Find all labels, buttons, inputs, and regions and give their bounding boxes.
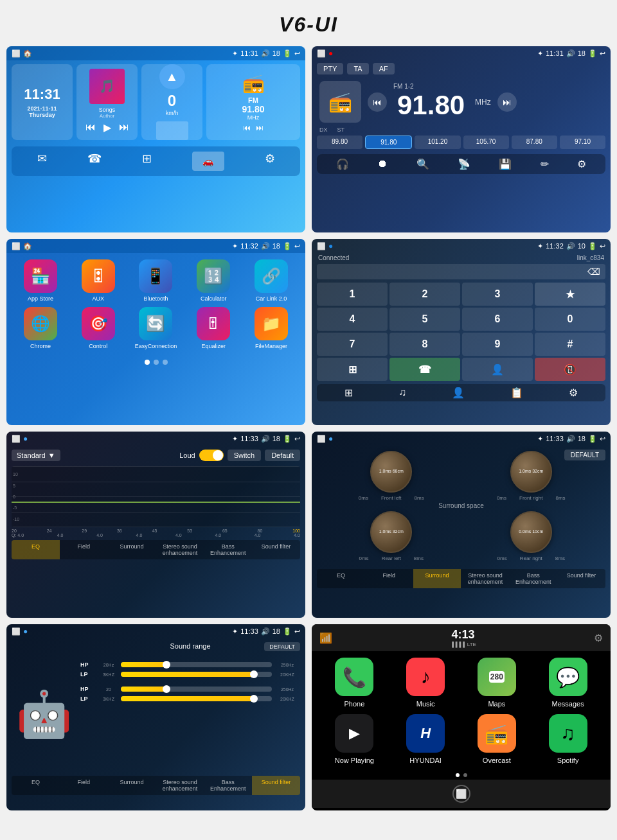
home-icon-7[interactable]: ⬜	[12, 627, 21, 636]
key-2[interactable]: 2	[389, 283, 460, 306]
preset-3[interactable]: 101.20	[415, 136, 460, 149]
home-icon-3[interactable]: ⬜	[12, 242, 21, 250]
key-9[interactable]: 9	[462, 333, 533, 356]
surround-default-btn[interactable]: DEFAULT	[564, 450, 605, 460]
surround-tab-bass[interactable]: Bass Enhancement	[509, 569, 557, 588]
app-spotify-cp[interactable]: ♫ Spotify	[535, 714, 600, 764]
fm-save[interactable]: 💾	[499, 158, 512, 170]
back-icon-4[interactable]: ↩	[600, 242, 605, 250]
app-phone-cp[interactable]: 📞 Phone	[322, 658, 387, 708]
app-aux[interactable]: 🎛 AUX	[72, 259, 125, 302]
preset-4[interactable]: 105.70	[463, 136, 509, 149]
pty-btn[interactable]: PTY	[317, 63, 343, 74]
app-music-cp[interactable]: ♪ Music	[393, 658, 458, 708]
surround-tab-surround[interactable]: Surround	[413, 569, 461, 588]
key-8[interactable]: 8	[389, 333, 460, 356]
home-icon-4[interactable]: ⬜	[317, 242, 326, 250]
fm-prev[interactable]: ⏮	[243, 123, 251, 132]
tab-filter[interactable]: Sound filter	[252, 540, 300, 559]
knob-rr-img[interactable]: 0.0ms 10cm	[510, 511, 552, 553]
fm-search[interactable]: 🔍	[416, 158, 429, 170]
home-icon-5[interactable]: ⬜	[12, 435, 21, 443]
back-icon-6[interactable]: ↩	[600, 435, 605, 443]
phone-music-icon[interactable]: ♫	[398, 387, 406, 399]
surround-tab-eq[interactable]: EQ	[317, 569, 365, 588]
knob-fl-img[interactable]: 1.0ms 68cm	[370, 451, 412, 493]
key-4[interactable]: 4	[317, 308, 388, 331]
loud-toggle-switch[interactable]	[199, 450, 224, 461]
app-chrome[interactable]: 🌐 Chrome	[14, 307, 67, 349]
music-widget[interactable]: 🎵 Songs Author ⏮ ▶ ⏭	[76, 64, 138, 140]
prev-btn[interactable]: ⏮	[85, 121, 96, 133]
sr-tab-filter[interactable]: Sound filter	[252, 776, 300, 795]
call-btn[interactable]: ☎	[389, 358, 460, 381]
back-icon-1[interactable]: ↩	[294, 49, 300, 58]
key-dialpad[interactable]: ⊞	[317, 358, 388, 381]
sr-tab-stereo[interactable]: Stereo sound enhancement	[156, 776, 204, 795]
key-5[interactable]: 5	[389, 308, 460, 331]
preset-1[interactable]: 89.80	[317, 136, 362, 149]
phone-contact-icon[interactable]: 👤	[452, 387, 465, 399]
phone-settings-icon[interactable]: ⚙	[569, 387, 578, 399]
key-3[interactable]: 3	[462, 283, 533, 306]
home-icon-2[interactable]: ⬜	[317, 49, 326, 58]
settings-icon[interactable]: ⚙	[265, 152, 275, 171]
carplay-dot-2[interactable]	[463, 773, 467, 777]
carplay-home-btn[interactable]: ⬜	[452, 785, 470, 803]
sr-tab-field[interactable]: Field	[60, 776, 108, 795]
key-star[interactable]: ★	[535, 283, 605, 306]
fm-radio[interactable]: 📡	[458, 158, 470, 170]
key-0[interactable]: 0	[535, 308, 605, 331]
sr-tab-eq[interactable]: EQ	[12, 776, 60, 795]
phone-icon[interactable]: ☎	[87, 152, 102, 171]
fm-toggle[interactable]: ⏺	[377, 158, 388, 170]
key-6[interactable]: 6	[462, 308, 533, 331]
knob-rl-img[interactable]: 1.0ms 32cm	[370, 511, 412, 553]
home-icon-6[interactable]: ⬜	[317, 435, 326, 443]
fm-next[interactable]: ⏭	[256, 123, 264, 132]
fm-settings[interactable]: ⚙	[577, 158, 586, 170]
app-control[interactable]: 🎯 Control	[72, 307, 125, 349]
app-equalizer[interactable]: 🎚 Equalizer	[187, 307, 240, 349]
app-nowplaying-cp[interactable]: ▶ Now Playing	[322, 714, 387, 764]
key-7[interactable]: 7	[317, 333, 388, 356]
eq-preset-select[interactable]: Standard ▼	[12, 450, 60, 461]
af-btn[interactable]: AF	[373, 63, 395, 74]
tab-bass[interactable]: Bass Enhancement	[204, 540, 252, 559]
fm-edit[interactable]: ✏	[541, 158, 549, 170]
key-hash[interactable]: #	[535, 333, 605, 356]
apps-icon[interactable]: ⊞	[142, 152, 152, 171]
dot-2[interactable]	[154, 360, 159, 365]
sr-tab-surround[interactable]: Surround	[108, 776, 156, 795]
app-bluetooth[interactable]: 📱 Bluetooth	[130, 259, 183, 302]
eq-default-btn[interactable]: Default	[265, 450, 300, 461]
play-btn[interactable]: ▶	[103, 121, 111, 134]
back-icon-3[interactable]: ↩	[294, 242, 300, 250]
app-messages-cp[interactable]: 💬 Messages	[535, 658, 600, 708]
knob-fr-img[interactable]: 1.0ms 32cm	[510, 451, 552, 493]
dot-1[interactable]	[145, 360, 150, 365]
app-filemanager[interactable]: 📁 FileManager	[245, 307, 298, 349]
fm-prev-btn[interactable]: ⏮	[368, 92, 387, 112]
surround-tab-field[interactable]: Field	[365, 569, 413, 588]
key-contacts[interactable]: 👤	[462, 358, 533, 381]
back-icon-5[interactable]: ↩	[294, 435, 300, 443]
app-carlink[interactable]: 🔗 Car Link 2.0	[245, 259, 298, 302]
carplay-gear-icon[interactable]: ⚙	[594, 632, 603, 644]
carplay-dot-1[interactable]	[456, 773, 460, 777]
msg-icon[interactable]: ✉	[37, 152, 47, 171]
next-btn[interactable]: ⏭	[119, 121, 129, 133]
car-link-icon[interactable]: 🚗	[192, 152, 224, 171]
phone-del-display[interactable]: ⌫	[587, 267, 600, 277]
tab-surround[interactable]: Surround	[108, 540, 156, 559]
house-icon-3[interactable]: 🏠	[23, 242, 32, 250]
preset-6[interactable]: 97.10	[560, 136, 605, 149]
app-calculator[interactable]: 🔢 Calculator	[187, 259, 240, 302]
fm-headphone[interactable]: 🎧	[336, 158, 349, 170]
app-overcast-cp[interactable]: 📻 Overcast	[465, 714, 530, 764]
sr-hp-slider-1[interactable]	[121, 662, 272, 667]
phone-log-icon[interactable]: 📋	[510, 387, 523, 399]
tab-eq[interactable]: EQ	[12, 540, 60, 559]
surround-tab-filter[interactable]: Sound filter	[557, 569, 605, 588]
back-icon-2[interactable]: ↩	[600, 49, 605, 58]
